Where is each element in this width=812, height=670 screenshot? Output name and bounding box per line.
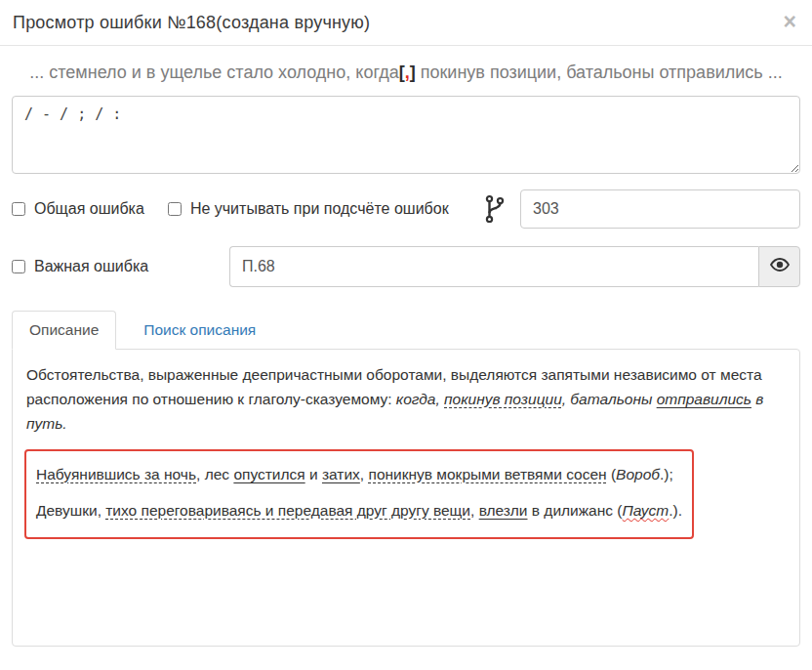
description-panel: Обстоятельства, выраженные деепричастным… [12, 349, 800, 647]
modal-header: Просмотр ошибки №168(создана вручную) × [0, 0, 812, 46]
important-error-checkbox[interactable] [12, 260, 25, 273]
not-counted-checkbox[interactable] [168, 202, 182, 216]
intro-italic: , батальоны [562, 391, 657, 407]
checkbox-not-counted[interactable]: Не учитывать при подсчёте ошибок [168, 200, 449, 218]
example-sentence-1: Набуянившись за ночь, лес опустился и за… [36, 463, 682, 485]
eye-icon [770, 258, 790, 275]
flags-row: Общая ошибка Не учитывать при подсчёте о… [12, 189, 800, 229]
rule-code-input[interactable] [229, 246, 758, 287]
rule-description: Обстоятельства, выраженные деепричастным… [26, 362, 786, 436]
fork-number-input[interactable] [520, 189, 800, 229]
not-counted-label: Не учитывать при подсчёте ошибок [190, 200, 449, 218]
checkbox-important-error[interactable]: Важная ошибка [12, 258, 148, 275]
important-row: Важная ошибка [12, 246, 800, 287]
error-view-modal: Просмотр ошибки №168(создана вручную) × … [0, 0, 812, 670]
intro-predicate: отправились [657, 391, 751, 407]
view-rule-button[interactable] [758, 246, 800, 287]
context-sentence: ... стемнело и в ущелье стало холодно, к… [10, 63, 802, 83]
close-icon[interactable]: × [784, 13, 796, 30]
rule-input-group [229, 246, 800, 287]
checkbox-common-error[interactable]: Общая ошибка [12, 200, 144, 218]
examples-box: Набуянившись за ночь, лес опустился и за… [24, 449, 694, 539]
code-fork-icon [484, 194, 506, 224]
description-tabs: Описание Поиск описания [12, 311, 800, 349]
common-error-checkbox[interactable] [12, 202, 25, 216]
context-prefix: ... стемнело и в ущелье стало холодно, к… [29, 63, 398, 82]
intro-italic: когда, [396, 391, 444, 407]
context-suffix: покинув позиции, батальоны отправились .… [416, 63, 783, 82]
common-error-label: Общая ошибка [34, 200, 144, 218]
intro-adverbial-phrase: покинув позиции [444, 391, 562, 407]
correction-textarea[interactable]: / - / ; / : [12, 96, 800, 174]
tab-description-search[interactable]: Поиск описания [128, 312, 271, 349]
important-error-label: Важная ошибка [34, 258, 148, 275]
tab-description[interactable]: Описание [12, 311, 116, 350]
page-title: Просмотр ошибки №168(создана вручную) [13, 13, 370, 33]
example-sentence-2: Девушки, тихо переговариваясь и передава… [36, 499, 682, 522]
